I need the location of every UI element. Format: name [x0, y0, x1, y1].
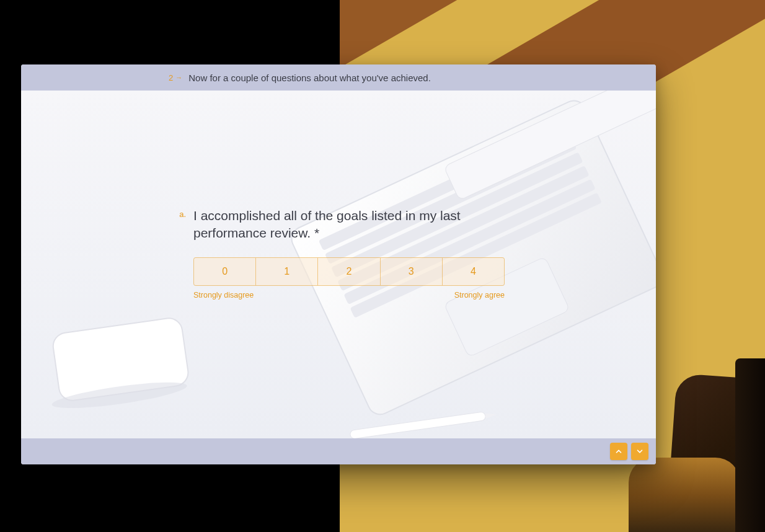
likert-max-label: Strongly agree	[454, 291, 505, 299]
chevron-up-icon	[614, 447, 623, 456]
question-block: a. I accomplished all of the goals liste…	[175, 207, 522, 299]
question-number: 2 →	[169, 73, 182, 82]
survey-footer	[21, 438, 656, 464]
likert-min-label: Strongly disagree	[193, 291, 254, 299]
likert-options: 0 1 2 3 4	[193, 257, 505, 286]
question-letter: a.	[175, 210, 186, 219]
question-prompt: I accomplished all of the goals listed i…	[193, 207, 522, 242]
likert-option-3[interactable]: 3	[380, 258, 442, 285]
likert-option-0[interactable]: 0	[194, 258, 255, 285]
section-title: Now for a couple of questions about what…	[188, 73, 431, 83]
chevron-down-icon	[635, 447, 644, 456]
likert-option-2[interactable]: 2	[317, 258, 379, 285]
survey-window: 2 → Now for a couple of questions about …	[21, 64, 656, 464]
prev-button[interactable]	[610, 443, 627, 460]
question-number-value: 2	[169, 73, 173, 82]
survey-header: 2 → Now for a couple of questions about …	[21, 64, 656, 91]
survey-body: a. I accomplished all of the goals liste…	[21, 91, 656, 438]
arrow-right-icon: →	[175, 74, 182, 81]
likert-scale: 0 1 2 3 4 Strongly disagree Strongly agr…	[193, 257, 505, 299]
likert-option-1[interactable]: 1	[255, 258, 317, 285]
likert-option-4[interactable]: 4	[442, 258, 504, 285]
next-button[interactable]	[631, 443, 648, 460]
